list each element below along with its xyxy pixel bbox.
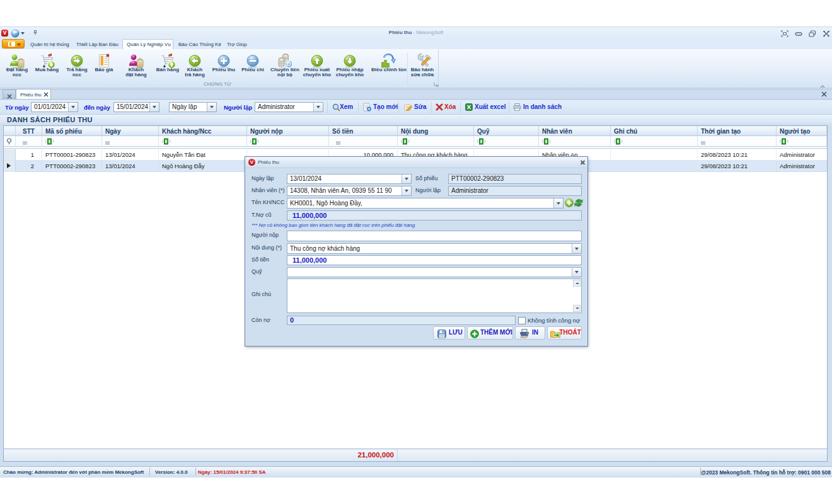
svg-text:$: $ xyxy=(577,200,580,206)
